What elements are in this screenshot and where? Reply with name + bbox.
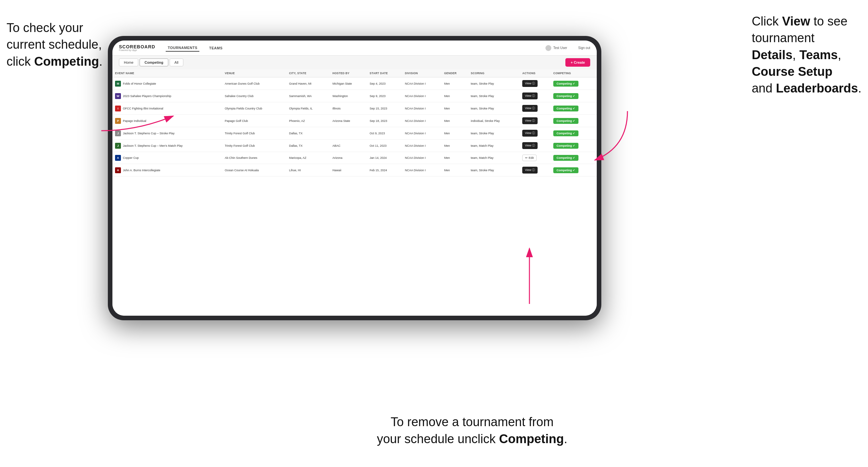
event-name-cell: A Copper Cup: [113, 152, 222, 164]
scoring-cell: team, Match Play: [468, 139, 520, 152]
col-start-date: START DATE: [367, 69, 402, 77]
tablet-screen: SCOREBOARD Powered by clippi TOURNAMENTS…: [113, 40, 597, 316]
division-cell: NCAA Division I: [402, 102, 441, 115]
competing-cell[interactable]: Competing ✓: [551, 127, 597, 139]
table-row: M Folds of Honor Collegiate American Dun…: [113, 77, 597, 90]
hosted-by-cell: Hawaii: [330, 164, 367, 177]
scoring-cell: team, Stroke Play: [468, 127, 520, 139]
view-button[interactable]: View ⓘ: [522, 92, 537, 99]
actions-cell[interactable]: View ⓘ: [520, 139, 551, 152]
view-button[interactable]: View ⓘ: [522, 142, 537, 149]
filter-all[interactable]: All: [169, 59, 183, 66]
col-division: DIVISION: [402, 69, 441, 77]
event-name-cell: W 2023 Sahalee Players Championship: [113, 90, 222, 102]
filter-competing[interactable]: Competing: [140, 59, 168, 66]
actions-cell[interactable]: ✏ Edit: [520, 152, 551, 164]
division-cell: NCAA Division I: [402, 127, 441, 139]
col-hosted: HOSTED BY: [330, 69, 367, 77]
city-cell: Lihue, HI: [287, 164, 330, 177]
table-row: P Papago Individual Papago Golf ClubPhoe…: [113, 115, 597, 127]
competing-cell[interactable]: Competing ✓: [551, 90, 597, 102]
competing-button[interactable]: Competing ✓: [553, 155, 579, 161]
actions-cell[interactable]: View ⓘ: [520, 127, 551, 139]
competing-cell[interactable]: Competing ✓: [551, 77, 597, 90]
col-actions: ACTIONS: [520, 69, 551, 77]
nav-signout[interactable]: Sign out: [578, 46, 590, 50]
nav-link-teams[interactable]: TEAMS: [207, 45, 224, 51]
view-button[interactable]: View ⓘ: [522, 167, 537, 174]
start-date-cell: Sep 18, 2023: [367, 115, 402, 127]
competing-button[interactable]: Competing ✓: [553, 105, 579, 112]
start-date-cell: Jan 14, 2024: [367, 152, 402, 164]
start-date-cell: Sep 4, 2023: [367, 77, 402, 90]
team-logo: A: [115, 155, 121, 161]
filter-home[interactable]: Home: [119, 59, 138, 66]
table-row: J Jackson T. Stephens Cup – Men's Match …: [113, 139, 597, 152]
competing-cell[interactable]: Competing ✓: [551, 164, 597, 177]
competing-cell[interactable]: Competing ✓: [551, 139, 597, 152]
scoring-cell: team, Stroke Play: [468, 102, 520, 115]
annotation-bottom: To remove a tournament fromyour schedule…: [377, 414, 567, 447]
nav-link-tournaments[interactable]: TOURNAMENTS: [166, 44, 199, 52]
table-row: J Jackson T. Stephens Cup – Stroke Play …: [113, 127, 597, 139]
hosted-by-cell: Arizona: [330, 152, 367, 164]
event-name-cell: P Papago Individual: [113, 115, 222, 127]
gender-cell: Men: [441, 127, 468, 139]
team-logo: W: [115, 93, 121, 99]
nav-logo-sub: Powered by clippi: [119, 49, 155, 51]
col-event-name: EVENT NAME: [113, 69, 222, 77]
competing-button[interactable]: Competing ✓: [553, 93, 579, 99]
hosted-by-cell: Michigan State: [330, 77, 367, 90]
table-row: H John A. Burns Intercollegiate Ocean Co…: [113, 164, 597, 177]
actions-cell[interactable]: View ⓘ: [520, 115, 551, 127]
competing-button[interactable]: Competing ✓: [553, 130, 579, 136]
actions-cell[interactable]: View ⓘ: [520, 102, 551, 115]
nav-user-name: Test User: [553, 46, 567, 50]
hosted-by-cell: [330, 127, 367, 139]
edit-button[interactable]: ✏ Edit: [522, 155, 537, 161]
view-button[interactable]: View ⓘ: [522, 80, 537, 87]
division-cell: NCAA Division I: [402, 90, 441, 102]
competing-button[interactable]: Competing ✓: [553, 81, 579, 87]
competing-cell[interactable]: Competing ✓: [551, 152, 597, 164]
nav-bar: SCOREBOARD Powered by clippi TOURNAMENTS…: [113, 40, 597, 56]
team-logo: J: [115, 130, 121, 136]
view-button[interactable]: View ⓘ: [522, 130, 537, 136]
gender-cell: Men: [441, 164, 468, 177]
gender-cell: Men: [441, 115, 468, 127]
venue-cell: Olympia Fields Country Club: [222, 102, 287, 115]
team-logo: P: [115, 118, 121, 124]
division-cell: NCAA Division I: [402, 139, 441, 152]
view-button[interactable]: View ⓘ: [522, 117, 537, 124]
venue-cell: American Dunes Golf Club: [222, 77, 287, 90]
competing-button[interactable]: Competing ✓: [553, 167, 579, 173]
event-name: OFCC Fighting Illini Invitational: [123, 107, 163, 110]
competing-cell[interactable]: Competing ✓: [551, 102, 597, 115]
venue-cell: Trinity Forest Golf Club: [222, 127, 287, 139]
event-name: 2023 Sahalee Players Championship: [123, 94, 171, 98]
event-name: Folds of Honor Collegiate: [123, 82, 156, 85]
gender-cell: Men: [441, 102, 468, 115]
competing-button[interactable]: Competing ✓: [553, 118, 579, 124]
view-button[interactable]: View ⓘ: [522, 105, 537, 112]
actions-cell[interactable]: View ⓘ: [520, 90, 551, 102]
actions-cell[interactable]: View ⓘ: [520, 77, 551, 90]
filter-bar: Home Competing All + Create: [113, 56, 597, 69]
start-date-cell: Oct 11, 2023: [367, 139, 402, 152]
competing-cell[interactable]: Competing ✓: [551, 115, 597, 127]
annotation-top-left: To check yourcurrent schedule,click Comp…: [6, 20, 102, 70]
hosted-by-cell: Illinois: [330, 102, 367, 115]
city-cell: Phoenix, AZ: [287, 115, 330, 127]
team-logo: H: [115, 167, 121, 173]
scoring-cell: team, Stroke Play: [468, 77, 520, 90]
actions-cell[interactable]: View ⓘ: [520, 164, 551, 177]
event-name: Copper Cup: [123, 156, 139, 159]
create-button[interactable]: + Create: [565, 58, 590, 67]
table-wrap: EVENT NAME VENUE CITY, STATE HOSTED BY S…: [113, 69, 597, 316]
annotation-top-right: Click View to seetournamentDetails, Team…: [752, 13, 862, 97]
competing-button[interactable]: Competing ✓: [553, 143, 579, 149]
venue-cell: Trinity Forest Golf Club: [222, 139, 287, 152]
division-cell: NCAA Division I: [402, 164, 441, 177]
venue-cell: Sahalee Country Club: [222, 90, 287, 102]
nav-user: Test User: [546, 45, 567, 51]
